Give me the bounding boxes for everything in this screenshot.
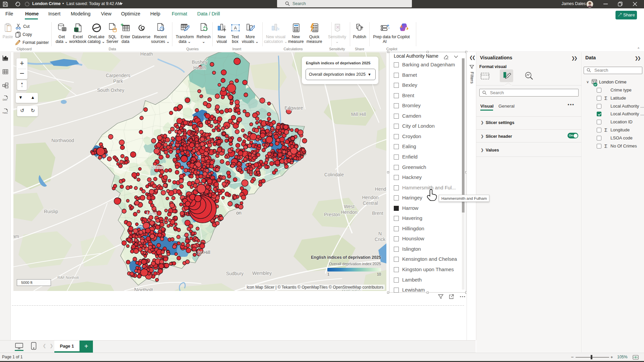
svg-text:RAF Northolt: RAF Northolt [57,276,79,280]
svg-text:on: on [236,210,241,216]
svg-text:Mill Hill: Mill Hill [351,112,366,117]
svg-text:Pinner: Pinner [151,165,164,170]
svg-text:Northwood: Northwood [51,138,74,143]
svg-text:Northolt: Northolt [134,287,153,291]
svg-text:Hendon: Hendon [362,195,378,200]
svg-text:Bushey: Bushey [192,59,208,65]
svg-text:Hendc: Hendc [375,186,386,192]
svg-text:Sudbury: Sudbury [226,271,244,276]
svg-text:Heath: Heath [140,52,153,57]
svg-text:Crick: Crick [375,237,386,242]
svg-text:Ruislip: Ruislip [44,209,58,214]
svg-text:ry Hill: ry Hill [198,249,210,255]
svg-text:Heath: Heath [193,65,206,70]
svg-text:Wembley: Wembley [252,270,272,276]
svg-text:fx: fx [276,26,280,31]
svg-text:Brent: Brent [372,210,383,216]
svg-text:Lane: Lane [147,211,157,216]
svg-text:South Oxhey: South Oxhey [97,87,124,93]
svg-text:Colindale: Colindale [324,172,344,177]
svg-text:TMDL: TMDL [2,112,8,114]
svg-text:am: am [13,234,19,239]
svg-text:A: A [234,25,237,31]
svg-text:Carpenders: Carpenders [106,73,130,78]
svg-text:Park: Park [113,78,123,84]
svg-text:Hendon: Hendon [341,209,357,215]
svg-text:X: X [75,28,78,32]
svg-text:West: West [344,204,355,209]
svg-text:Edgware: Edgware [284,105,303,111]
svg-text:Preston: Preston [324,212,340,217]
svg-text:N: N [378,231,382,236]
svg-text:DAX: DAX [3,99,7,101]
svg-text:Central: Central [363,200,378,206]
